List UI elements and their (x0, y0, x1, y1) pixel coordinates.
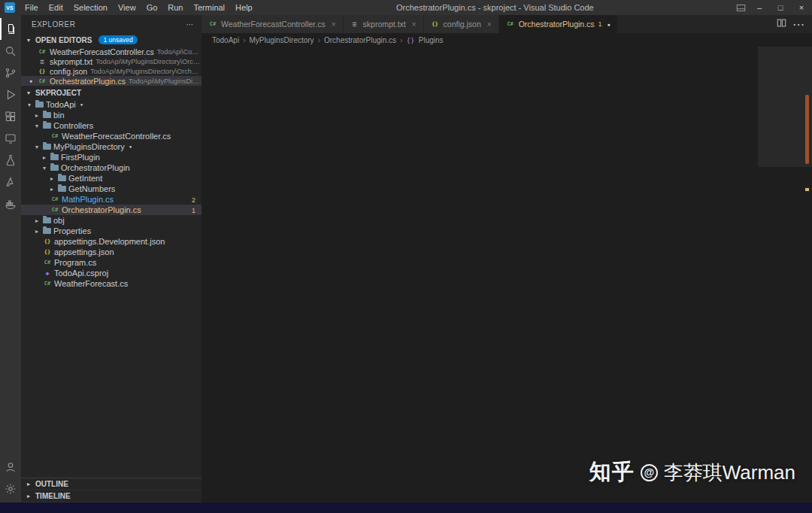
tab-bar: C#WeatherForecastController.cs×≡skprompt… (201, 15, 812, 33)
activity-settings-icon[interactable] (0, 478, 21, 499)
chevron-right-icon: ▸ (24, 493, 33, 499)
menu-edit[interactable]: Edit (44, 2, 68, 14)
watermark-at-icon: @ (641, 464, 658, 481)
activity-docker-icon[interactable] (0, 193, 21, 214)
tree-folder-getnumbers[interactable]: ▸GetNumbers (21, 184, 201, 194)
more-actions-icon[interactable]: ⋯ (186, 20, 195, 29)
folder-icon (43, 217, 51, 223)
maximize-button[interactable]: □ (770, 0, 791, 15)
tree-folder-bin[interactable]: ▸bin (21, 110, 201, 120)
cs-file-icon: C# (43, 280, 52, 288)
tree-folder-obj[interactable]: ▸obj (21, 215, 201, 226)
tab-label: OrchestratorPlugin.cs (519, 20, 595, 29)
outline-section-header[interactable]: ▸ OUTLINE (21, 478, 201, 490)
chevron-right-icon: ▸ (41, 154, 48, 161)
tab-config-json[interactable]: {}config.json× (424, 15, 499, 33)
tree-item-label: obj (53, 216, 65, 225)
tree-folder-controllers[interactable]: ▾Controllers (21, 120, 201, 131)
minimize-button[interactable]: – (749, 0, 770, 15)
activity-extensions-icon[interactable] (0, 105, 21, 127)
activity-bar-bottom (0, 456, 21, 499)
chevron-right-icon: ▸ (33, 217, 41, 224)
tab-weatherforecastcontroller-cs[interactable]: C#WeatherForecastController.cs× (201, 15, 344, 33)
folder-icon (43, 112, 51, 118)
open-editor-weatherforecastcontroller-cs[interactable]: C#WeatherForecastController.csTodoApi\Co… (21, 47, 201, 56)
open-editor-path: TodoApi\MyPluginsDirectory\Orchestrator.… (90, 68, 201, 75)
json-file-icon: {} (43, 238, 52, 246)
breadcrumb-orchestratorplugin-cs[interactable]: OrchestratorPlugin.cs (324, 36, 396, 44)
close-icon[interactable]: × (412, 20, 417, 29)
tree-file-mathplugin-cs[interactable]: C#MathPlugin.cs2 (21, 194, 201, 205)
tree-folder-todoapi[interactable]: ▾TodoApi● (21, 99, 201, 110)
watermark: 知乎 @ 李莽琪Warman (589, 457, 795, 487)
tree-item-label: WeatherForecastController.cs (62, 132, 171, 141)
split-editor-icon[interactable] (777, 17, 786, 31)
tree-file-orchestratorplugin-cs[interactable]: C#OrchestratorPlugin.cs1 (21, 205, 201, 215)
modified-dot-icon: ● (129, 144, 132, 149)
open-editor-label: config.json (50, 67, 87, 76)
editor-actions: ⋯ (777, 15, 812, 33)
status-bar (0, 502, 812, 513)
tab-label: WeatherForecastController.cs (221, 20, 326, 29)
toggle-panel-icon[interactable] (732, 0, 749, 15)
chevron-down-icon: ▾ (33, 123, 41, 129)
cs-file-icon: C# (50, 206, 59, 214)
activity-explorer-icon[interactable] (0, 18, 21, 40)
minimap[interactable] (758, 47, 801, 502)
menu-view[interactable]: View (113, 2, 141, 14)
activity-testing-icon[interactable] (0, 149, 21, 171)
close-button[interactable]: × (791, 0, 812, 15)
menu-help[interactable]: Help (230, 2, 258, 14)
chevron-right-icon: ▸ (33, 112, 41, 119)
tree-file-weatherforecast-cs[interactable]: C#WeatherForecast.cs (21, 278, 201, 289)
timeline-section-header[interactable]: ▸ TIMELINE (21, 490, 201, 502)
open-editor-config-json[interactable]: {}config.jsonTodoApi\MyPluginsDirectory\… (21, 66, 201, 76)
modified-dot-icon: ● (27, 78, 35, 83)
activity-source-control-icon[interactable] (0, 62, 21, 83)
tree-folder-properties[interactable]: ▸Properties (21, 226, 201, 236)
menu-selection[interactable]: Selection (68, 2, 113, 14)
json-file-icon: {} (431, 20, 440, 29)
tree-folder-getintent[interactable]: ▸GetIntent (21, 173, 201, 184)
tree-file-program-cs[interactable]: C#Program.cs (21, 257, 201, 268)
activity-accounts-icon[interactable] (0, 456, 21, 478)
open-editor-orchestratorplugin-cs[interactable]: ●C#OrchestratorPlugin.csTodoApi\MyPlugin… (21, 76, 201, 86)
file-tree: ▾TodoApi●▸bin▾ControllersC#WeatherForeca… (21, 99, 201, 289)
breadcrumb-plugins[interactable]: {} Plugins (406, 36, 443, 44)
menu-terminal[interactable]: Terminal (189, 2, 231, 14)
tree-folder-mypluginsdirectory[interactable]: ▾MyPluginsDirectory● (21, 141, 201, 152)
tree-folder-firstplugin[interactable]: ▸FirstPlugin (21, 152, 201, 162)
tree-file-appsettings-json[interactable]: {}appsettings.json (21, 247, 201, 257)
close-icon[interactable]: × (487, 20, 492, 29)
more-actions-icon[interactable]: ⋯ (792, 17, 804, 32)
open-editor-skprompt-txt[interactable]: ≡skprompt.txtTodoApi\MyPluginsDirectory\… (21, 56, 201, 66)
scrollbar[interactable] (801, 47, 812, 502)
activity-search-icon[interactable] (0, 40, 21, 62)
tree-item-label: Program.cs (54, 258, 96, 267)
tab-orchestratorplugin-cs[interactable]: C#OrchestratorPlugin.cs1● (499, 15, 618, 33)
activity-azure-icon[interactable] (0, 171, 21, 193)
activity-remote-explorer-icon[interactable] (0, 127, 21, 149)
cs-file-icon: C# (50, 196, 59, 204)
close-icon[interactable]: × (332, 20, 336, 29)
code-editor[interactable] (201, 47, 812, 502)
modified-dot-icon: ● (607, 22, 611, 27)
tree-file-appsettings-development-json[interactable]: {}appsettings.Development.json (21, 236, 201, 247)
activity-run-and-debug-icon[interactable] (0, 83, 21, 105)
open-editor-path: TodoApi\Controllers (157, 48, 201, 56)
breadcrumb-todoapi[interactable]: TodoApi (212, 36, 239, 44)
tree-folder-orchestratorplugin[interactable]: ▾OrchestratorPlugin (21, 162, 201, 173)
menu-file[interactable]: File (20, 2, 44, 14)
tab-skprompt-txt[interactable]: ≡skprompt.txt× (344, 15, 424, 33)
breadcrumb-mypluginsdirectory[interactable]: MyPluginsDirectory (249, 36, 314, 44)
chevron-down-icon: ▾ (24, 90, 33, 96)
project-section-header[interactable]: ▾ SKPROJECT (21, 86, 201, 99)
tree-file-weatherforecastcontroller-cs[interactable]: C#WeatherForecastController.cs (21, 131, 201, 141)
open-editors-header[interactable]: ▾ OPEN EDITORS 1 unsaved (21, 33, 201, 47)
tab-label: config.json (444, 20, 481, 29)
folder-icon (50, 165, 59, 171)
menu-go[interactable]: Go (141, 2, 163, 14)
tabs: C#WeatherForecastController.cs×≡skprompt… (201, 15, 618, 33)
menu-run[interactable]: Run (162, 2, 188, 14)
tree-file-todoapi-csproj[interactable]: ◆TodoApi.csproj (21, 268, 201, 278)
